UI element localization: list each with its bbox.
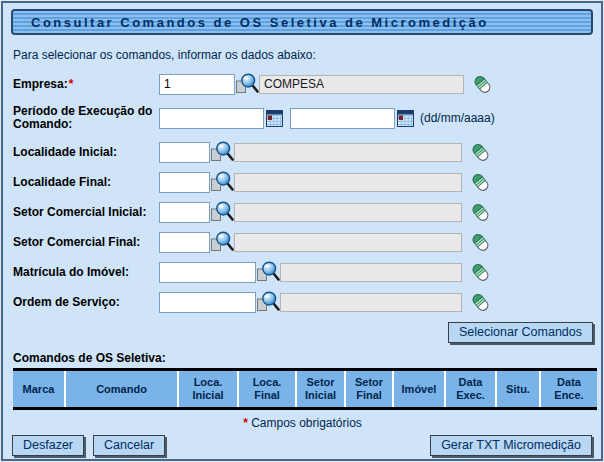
setor-inicial-eraser-icon[interactable] — [468, 200, 492, 224]
column-header-loca-inicial: Loca.Inicial — [178, 370, 238, 409]
form-row-matricula: Matrícula do Imóvel: — [13, 260, 593, 284]
form-row-empresa: Empresa:* COMPESA — [13, 72, 593, 96]
setor-inicial-input[interactable] — [159, 202, 210, 223]
setor-final-label: Setor Comercial Final: — [13, 236, 159, 249]
select-commands-button[interactable]: Selecionar Comandos — [448, 322, 593, 343]
empresa-label: Empresa:* — [13, 78, 159, 91]
localidade-final-eraser-icon[interactable] — [468, 170, 492, 194]
empresa-input[interactable] — [159, 74, 235, 95]
required-asterisk: * — [69, 77, 74, 91]
form-row-periodo: Período de Execução do Comando: (dd/mm/a… — [13, 102, 593, 134]
localidade-final-search-icon[interactable] — [210, 170, 234, 194]
ordem-servico-eraser-icon[interactable] — [468, 290, 492, 314]
periodo-label: Período de Execução do Comando: — [13, 105, 159, 131]
commands-table: Marca Comando Loca.Inicial Loca.Final Se… — [13, 368, 597, 410]
form-row-setor-inicial: Setor Comercial Inicial: — [13, 200, 593, 224]
ordem-servico-label: Ordem de Serviço: — [13, 296, 159, 309]
cancel-button[interactable]: Cancelar — [93, 435, 165, 456]
empresa-name-display: COMPESA — [259, 75, 464, 94]
ordem-servico-name-display — [280, 293, 462, 312]
page-title: Consultar Comandos de OS Seletiva de Mic… — [13, 15, 489, 30]
periodo-start-calendar-icon[interactable] — [266, 109, 284, 127]
matricula-eraser-icon[interactable] — [468, 260, 492, 284]
ordem-servico-input[interactable] — [159, 292, 256, 313]
matricula-input[interactable] — [159, 262, 256, 283]
filter-form: Empresa:* COMPESA Período de Execução do… — [3, 72, 601, 314]
required-asterisk: * — [243, 416, 248, 430]
setor-final-eraser-icon[interactable] — [468, 230, 492, 254]
page-title-bar: Consultar Comandos de OS Seletiva de Mic… — [11, 9, 593, 35]
form-row-ordem-servico: Ordem de Serviço: — [13, 290, 593, 314]
intro-text: Para selecionar os comandos, informar os… — [13, 48, 601, 62]
localidade-inicial-input[interactable] — [159, 142, 210, 163]
form-row-localidade-final: Localidade Final: — [13, 170, 593, 194]
periodo-end-calendar-icon[interactable] — [397, 109, 415, 127]
form-row-setor-final: Setor Comercial Final: — [13, 230, 593, 254]
setor-final-search-icon[interactable] — [210, 230, 234, 254]
undo-button[interactable]: Desfazer — [12, 435, 84, 456]
periodo-start-input[interactable] — [159, 108, 264, 129]
matricula-label: Matrícula do Imóvel: — [13, 266, 159, 279]
localidade-final-label: Localidade Final: — [13, 176, 159, 189]
localidade-inicial-name-display — [234, 143, 462, 162]
column-header-data-ence: DataEnce. — [540, 370, 597, 409]
form-row-localidade-inicial: Localidade Inicial: — [13, 140, 593, 164]
setor-final-name-display — [234, 233, 462, 252]
column-header-setor-final: SetorFinal — [345, 370, 393, 409]
ordem-servico-search-icon[interactable] — [256, 290, 280, 314]
commands-table-header-row: Marca Comando Loca.Inicial Loca.Final Se… — [13, 370, 597, 409]
column-header-situ: Situ. — [496, 370, 540, 409]
localidade-inicial-label: Localidade Inicial: — [13, 146, 159, 159]
empresa-eraser-icon[interactable] — [470, 72, 494, 96]
consult-os-seletiva-window: Consultar Comandos de OS Seletiva de Mic… — [1, 1, 603, 461]
date-format-hint: (dd/mm/aaaa) — [420, 111, 495, 125]
column-header-comando: Comando — [65, 370, 178, 409]
periodo-end-input[interactable] — [290, 108, 395, 129]
results-section-label: Comandos de OS Seletiva: — [13, 351, 601, 365]
setor-inicial-name-display — [234, 203, 462, 222]
setor-inicial-search-icon[interactable] — [210, 200, 234, 224]
column-header-loca-final: Loca.Final — [238, 370, 296, 409]
column-header-marca: Marca — [13, 370, 65, 409]
localidade-final-input[interactable] — [159, 172, 210, 193]
matricula-search-icon[interactable] — [256, 260, 280, 284]
required-fields-note: * Campos obrigatórios — [3, 416, 601, 430]
required-note-text: Campos obrigatórios — [251, 416, 362, 430]
localidade-inicial-search-icon[interactable] — [210, 140, 234, 164]
footer-buttons: Desfazer Cancelar Gerar TXT Micromedição — [3, 435, 601, 456]
setor-final-input[interactable] — [159, 232, 210, 253]
localidade-inicial-eraser-icon[interactable] — [468, 140, 492, 164]
empresa-search-icon[interactable] — [235, 72, 259, 96]
matricula-name-display — [280, 263, 462, 282]
localidade-final-name-display — [234, 173, 462, 192]
generate-txt-button[interactable]: Gerar TXT Micromedição — [430, 435, 592, 456]
column-header-imovel: Imóvel — [393, 370, 445, 409]
footer-spacer — [174, 435, 421, 456]
select-commands-row: Selecionar Comandos — [3, 320, 601, 343]
column-header-setor-inicial: SetorInicial — [296, 370, 345, 409]
setor-inicial-label: Setor Comercial Inicial: — [13, 206, 159, 219]
column-header-data-exec: DataExec. — [445, 370, 496, 409]
